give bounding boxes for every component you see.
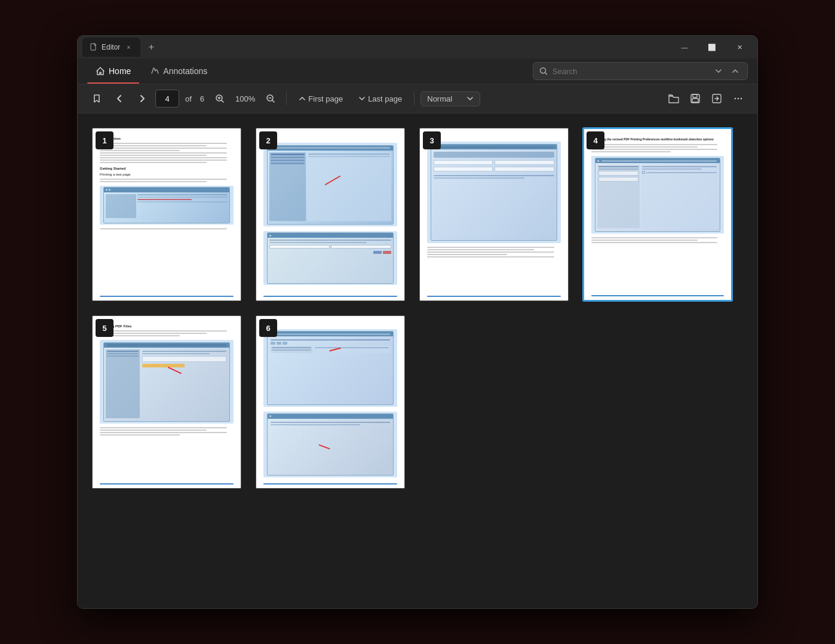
search-up-button[interactable] (729, 65, 741, 77)
line (591, 144, 717, 145)
open-button[interactable] (664, 89, 683, 108)
line (591, 237, 717, 238)
ss-bar (277, 333, 391, 335)
page-thumb-1[interactable]: 1 Introduction Getting Started (92, 128, 241, 301)
ss-tb-btn (277, 342, 281, 345)
ss-row (269, 240, 392, 241)
ss-bar (601, 160, 717, 162)
first-page-label: First page (308, 94, 343, 103)
ss-main (141, 349, 228, 418)
up-icon (299, 95, 306, 102)
line (100, 432, 227, 433)
ss-main (269, 338, 392, 401)
last-page-button[interactable]: Last page (352, 91, 408, 106)
page2-main-image (263, 143, 397, 226)
tab-home[interactable]: Home (87, 63, 139, 79)
main-window: Editor × + — ⬜ ✕ Home Ann (77, 35, 758, 609)
ss-cell (495, 167, 554, 171)
page-content-4: Accessing the revised PDF Printing Prefe… (584, 129, 731, 300)
prev-page-button[interactable] (110, 89, 129, 108)
page4-lower-text (591, 237, 724, 243)
separator-1 (286, 92, 287, 105)
more-options-button[interactable] (729, 89, 748, 108)
zoom-out-button[interactable] (261, 89, 280, 108)
ss-row (271, 339, 391, 341)
page3-lower-text (427, 247, 561, 257)
editor-tab[interactable]: Editor × (82, 38, 140, 57)
page-content-6 (256, 316, 404, 488)
page-badge-1: 1 (96, 131, 113, 149)
page-thumb-3[interactable]: 3 (419, 128, 569, 301)
ss-cell (434, 160, 493, 165)
page-thumb-6[interactable]: 6 (256, 315, 405, 489)
page-content-3 (420, 128, 568, 300)
page-frame-4: Accessing the revised PDF Printing Prefe… (583, 128, 732, 301)
svg-rect-0 (91, 44, 96, 50)
ss-input (598, 177, 638, 182)
ss-bar (107, 344, 227, 346)
page6-lower-image (263, 412, 397, 477)
line (591, 242, 717, 243)
bookmark-button[interactable] (87, 89, 106, 108)
pages-row-2: 5 Creating PDF Files (92, 315, 743, 489)
ss-row (269, 242, 367, 243)
main-content: 1 Introduction Getting Started (78, 114, 757, 608)
page-of-text: of (183, 94, 194, 103)
page-thumb-4[interactable]: 4 Accessing the revised PDF Printing Pre… (583, 128, 732, 301)
page-total-text: 6 (198, 94, 207, 103)
page5-lower-text (100, 427, 234, 436)
next-page-button[interactable] (133, 89, 152, 108)
search-area (533, 62, 748, 80)
ss-input (142, 356, 226, 362)
ss-item (598, 166, 638, 167)
ss-content (268, 419, 394, 474)
ss-content (431, 149, 557, 239)
page-thumb-2[interactable]: 2 (256, 128, 405, 301)
close-button[interactable]: ✕ (726, 39, 753, 56)
minimize-button[interactable]: — (671, 39, 698, 56)
ss-cell (495, 160, 554, 165)
ss-body-split (271, 346, 391, 353)
view-mode-label: Normal (427, 94, 452, 103)
ss-row (142, 351, 226, 352)
export-button[interactable] (707, 89, 726, 108)
toolbar: of 6 100% First page (78, 84, 757, 114)
ss-main (307, 152, 391, 221)
maximize-button[interactable]: ⬜ (699, 39, 725, 56)
page-number-input[interactable] (155, 90, 179, 108)
search-down-button[interactable] (713, 65, 725, 77)
red-arrow (318, 444, 330, 450)
page-badge-5: 5 (96, 319, 113, 337)
svg-point-10 (741, 98, 742, 100)
line (427, 256, 554, 257)
first-page-button[interactable]: First page (293, 91, 349, 106)
ss-row (137, 194, 228, 195)
page-content-5: Creating PDF Files (93, 316, 241, 488)
ss-cell (434, 167, 493, 171)
save-button[interactable] (686, 89, 705, 108)
tab-close-button[interactable]: × (124, 42, 133, 52)
ss-dot (106, 189, 108, 191)
line (100, 143, 227, 144)
page-badge-6: 6 (259, 319, 277, 337)
search-input[interactable] (552, 67, 708, 76)
ss-row (308, 154, 390, 155)
ss-header (431, 145, 557, 149)
ss-item (271, 154, 305, 155)
zoom-in-button[interactable] (210, 89, 229, 108)
page6-upper-image (263, 329, 397, 407)
tab-annotations[interactable]: Annotations (142, 63, 216, 79)
ss-main-area (434, 152, 555, 237)
new-tab-button[interactable]: + (143, 39, 159, 56)
ss-header (104, 188, 230, 192)
ss-row (271, 424, 361, 425)
ss-main (641, 165, 719, 228)
folder-icon (668, 94, 679, 103)
view-mode-dropdown[interactable]: Normal (420, 91, 480, 106)
ss-dot (597, 160, 599, 162)
line (100, 430, 207, 431)
page-thumb-5[interactable]: 5 Creating PDF Files (92, 315, 241, 489)
ss-item (107, 353, 139, 354)
ss-main (137, 194, 228, 218)
ribbon: Home Annotations (78, 59, 757, 84)
